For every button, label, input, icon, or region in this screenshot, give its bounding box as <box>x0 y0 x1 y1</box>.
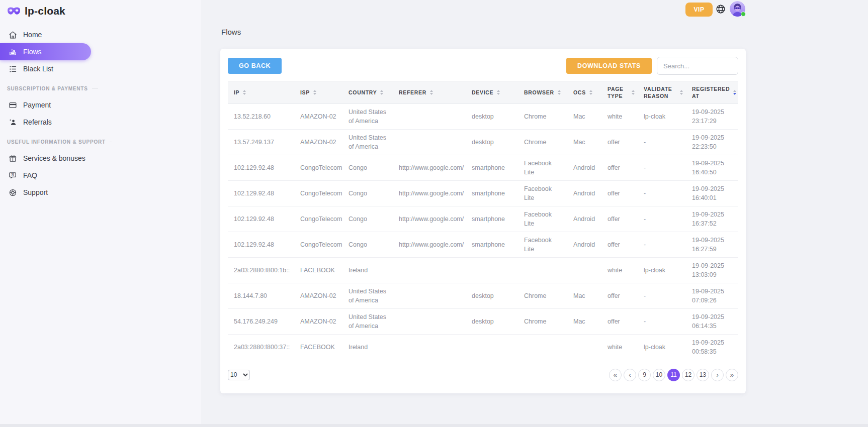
faq-icon: ?! <box>8 171 17 180</box>
sidebar-item-home[interactable]: Home <box>0 26 91 43</box>
cell-device: desktop <box>466 104 518 130</box>
sidebar-section-label: SUBSCRIPTION & PAYMENTS <box>0 83 98 93</box>
sort-icon <box>380 90 383 95</box>
sort-up-arrow <box>380 90 383 92</box>
support-icon <box>8 188 17 197</box>
flows-table: IPISPCOUNTRYREFERERDEVICEBROWSEROCSPAGE … <box>228 81 738 360</box>
cell-ip: 102.129.92.48 <box>228 181 294 206</box>
table-body: 13.52.218.60AMAZON-02United States of Am… <box>228 104 738 360</box>
table-row: 102.129.92.48CongoTelecomCongohttp://www… <box>228 206 738 232</box>
cell-validate_reason: - <box>638 283 686 309</box>
column-header-isp[interactable]: ISP <box>294 81 342 104</box>
cell-registered_at: 19-09-2025 22:23:50 <box>686 130 738 155</box>
column-header-ip[interactable]: IP <box>228 81 294 104</box>
go-back-button[interactable]: GO BACK <box>228 58 282 74</box>
page-10-button[interactable]: 10 <box>653 369 665 381</box>
download-stats-button[interactable]: DOWNLOAD STATS <box>566 58 652 74</box>
sidebar-item-faq[interactable]: ?!FAQ <box>0 167 91 184</box>
column-header-content: REGISTERED AT <box>692 85 735 99</box>
column-header-content: BROWSER <box>524 89 564 96</box>
sort-down-arrow <box>430 93 433 95</box>
sidebar-item-black-list[interactable]: Black List <box>0 60 91 77</box>
page-size-select[interactable]: 10 <box>228 370 250 380</box>
cell-page_type: offer <box>601 155 638 181</box>
column-header-registered_at[interactable]: REGISTERED AT <box>686 81 738 104</box>
cell-page_type: offer <box>601 232 638 258</box>
payment-icon <box>8 100 17 110</box>
table-row: 18.144.7.80AMAZON-02United States of Ame… <box>228 283 738 309</box>
column-header-device[interactable]: DEVICE <box>466 81 518 104</box>
cell-ocs: Android <box>567 155 601 181</box>
page-prev-button[interactable]: ‹ <box>624 369 636 381</box>
page-last-button[interactable]: » <box>726 369 738 381</box>
cell-ip: 54.176.249.249 <box>228 309 294 335</box>
cell-registered_at: 19-09-2025 16:27:59 <box>686 232 738 258</box>
cell-ocs: Android <box>567 232 601 258</box>
column-header-browser[interactable]: BROWSER <box>518 81 567 104</box>
cell-country: Congo <box>342 181 393 206</box>
sort-down-arrow <box>497 93 500 95</box>
flows-icon <box>8 47 17 56</box>
sort-up-arrow <box>589 90 592 92</box>
page-11-button[interactable]: 11 <box>667 369 680 381</box>
cell-ocs <box>567 335 601 360</box>
sort-up-arrow <box>243 90 246 92</box>
column-header-validate_reason[interactable]: VALIDATE REASON <box>638 81 686 104</box>
page-next-button[interactable]: › <box>711 369 724 381</box>
column-header-content: IP <box>234 89 291 96</box>
column-header-ocs[interactable]: OCS <box>567 81 601 104</box>
services-icon <box>8 154 17 163</box>
sidebar-item-support[interactable]: Support <box>0 184 91 201</box>
table-row: 102.129.92.48CongoTelecomCongohttp://www… <box>228 232 738 258</box>
column-header-content: DEVICE <box>472 89 515 96</box>
sort-up-arrow <box>632 90 635 92</box>
search-input[interactable] <box>657 57 738 75</box>
page-bottom-strip <box>0 424 868 427</box>
cell-page_type: white <box>601 335 638 360</box>
sidebar-item-referrals[interactable]: Referrals <box>0 114 91 131</box>
sort-icon <box>313 90 316 95</box>
page-first-button[interactable]: « <box>609 369 622 381</box>
page-13-button[interactable]: 13 <box>697 369 709 381</box>
column-header-page_type[interactable]: PAGE TYPE <box>601 81 638 104</box>
cell-country: Congo <box>342 155 393 181</box>
column-header-country[interactable]: COUNTRY <box>342 81 393 104</box>
sidebar-item-payment[interactable]: Payment <box>0 96 91 114</box>
cell-page_type: offer <box>601 206 638 232</box>
column-header-content: COUNTRY <box>349 89 390 96</box>
table-row: 13.52.218.60AMAZON-02United States of Am… <box>228 104 738 130</box>
sidebar-item-flows[interactable]: Flows <box>0 43 91 60</box>
sort-icon <box>430 90 433 95</box>
cell-registered_at: 19-09-2025 06:14:35 <box>686 309 738 335</box>
sidebar-item-services-bonuses[interactable]: Services & bonuses <box>0 150 91 167</box>
cell-validate_reason: - <box>638 181 686 206</box>
cell-referer <box>393 283 466 309</box>
referrals-icon <box>8 118 17 127</box>
cell-ip: 18.144.7.80 <box>228 283 294 309</box>
cell-device <box>466 335 518 360</box>
sort-icon <box>558 90 561 95</box>
page-title: Flows <box>221 28 241 36</box>
page-12-button[interactable]: 12 <box>682 369 695 381</box>
cell-ip: 102.129.92.48 <box>228 155 294 181</box>
cell-ocs: Mac <box>567 283 601 309</box>
table-row: 2a03:2880:f800:37::FACEBOOKIrelandwhitel… <box>228 335 738 360</box>
cell-device: desktop <box>466 283 518 309</box>
page-9-button[interactable]: 9 <box>638 369 651 381</box>
sidebar-item-label: Flows <box>23 48 42 56</box>
cell-referer: http://www.google.com/ <box>393 232 466 258</box>
column-header-referer[interactable]: REFERER <box>393 81 466 104</box>
cell-isp: AMAZON-02 <box>294 104 342 130</box>
sort-icon <box>733 90 736 95</box>
cell-referer <box>393 335 466 360</box>
app-logo[interactable]: lp-cloak <box>7 5 65 17</box>
table-header-row: IPISPCOUNTRYREFERERDEVICEBROWSEROCSPAGE … <box>228 81 738 104</box>
cell-registered_at: 19-09-2025 16:37:52 <box>686 206 738 232</box>
cell-country: United States of America <box>342 104 393 130</box>
sidebar-item-label: Referrals <box>23 118 52 126</box>
cell-country: United States of America <box>342 309 393 335</box>
cell-registered_at: 19-09-2025 07:09:26 <box>686 283 738 309</box>
sort-down-arrow <box>680 93 683 95</box>
sort-down-arrow <box>313 93 316 95</box>
sort-down-arrow <box>589 93 592 95</box>
